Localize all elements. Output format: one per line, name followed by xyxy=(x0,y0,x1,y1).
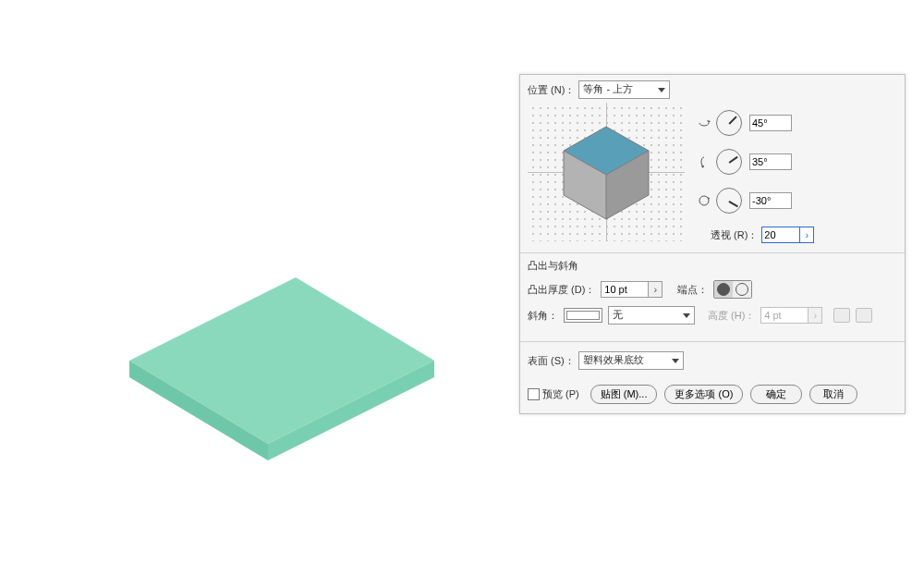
cap-on[interactable] xyxy=(714,281,733,298)
position-section: 位置 (N)： 等角 - 上方 xyxy=(520,75,905,253)
more-options-button[interactable]: 更多选项 (O) xyxy=(664,385,743,404)
map-art-button[interactable]: 贴图 (M)... xyxy=(590,385,658,404)
preview-cube xyxy=(560,123,652,221)
perspective-label: 透视 (R)： xyxy=(711,228,758,242)
surface-select[interactable]: 塑料效果底纹 xyxy=(578,351,684,370)
bevel-height-label: 高度 (H)： xyxy=(708,309,755,323)
cap-off[interactable] xyxy=(733,281,751,298)
bevel-height-stepper xyxy=(760,307,822,324)
canvas-artwork xyxy=(92,240,462,518)
surface-row: 表面 (S)： 塑料效果底纹 xyxy=(520,342,905,379)
bevel-height-input xyxy=(760,307,808,324)
extrude-depth-input[interactable] xyxy=(601,281,648,298)
position-label: 位置 (N)： xyxy=(528,83,575,97)
surface-label: 表面 (S)： xyxy=(528,354,575,368)
position-preset-value: 等角 - 上方 xyxy=(583,83,633,94)
svg-marker-9 xyxy=(707,120,711,123)
position-preset-select[interactable]: 等角 - 上方 xyxy=(578,80,670,99)
perspective-step-btn[interactable] xyxy=(799,227,814,243)
bevel-swatch xyxy=(564,308,602,323)
ok-button[interactable]: 确定 xyxy=(750,385,802,404)
extrude-bevel-dialog: 位置 (N)： 等角 - 上方 xyxy=(519,74,906,414)
svg-marker-10 xyxy=(701,165,704,168)
extrude-bevel-section: 凸出与斜角 凸出厚度 (D)： 端点： 斜角： 无 高度 (H)： xyxy=(520,253,905,342)
svg-marker-0 xyxy=(129,277,434,444)
bevel-value: 无 xyxy=(613,309,623,320)
rotate-z-input[interactable] xyxy=(749,192,792,209)
rotate-y-input[interactable] xyxy=(749,153,792,170)
green-slab xyxy=(92,240,462,518)
cap-toggle xyxy=(713,280,752,299)
rotate-x-icon xyxy=(698,116,711,129)
bevel-label: 斜角： xyxy=(528,309,558,323)
checkbox-box xyxy=(528,388,540,400)
perspective-stepper[interactable] xyxy=(761,227,814,243)
rotation-trackball[interactable] xyxy=(528,103,685,241)
extrude-legend: 凸出与斜角 xyxy=(528,259,897,273)
rotate-y-icon xyxy=(698,155,711,168)
cap-label: 端点： xyxy=(677,283,708,297)
rotate-z-dial[interactable] xyxy=(716,188,742,214)
extrude-depth-stepper[interactable] xyxy=(601,281,663,298)
cancel-button[interactable]: 取消 xyxy=(809,385,857,404)
perspective-input[interactable] xyxy=(761,227,799,243)
bevel-height-step-btn xyxy=(808,307,822,324)
rotation-controls: 透视 (R)： xyxy=(685,103,897,243)
svg-marker-2 xyxy=(268,361,434,460)
bevel-in-icon xyxy=(833,308,850,323)
rotate-z-icon xyxy=(698,194,711,207)
extrude-depth-step-btn[interactable] xyxy=(648,281,663,298)
rotate-y-dial[interactable] xyxy=(716,149,742,175)
preview-label: 预览 (P) xyxy=(542,387,579,401)
dialog-footer: 预览 (P) 贴图 (M)... 更多选项 (O) 确定 取消 xyxy=(520,379,905,413)
rotate-x-dial[interactable] xyxy=(716,110,742,136)
surface-value: 塑料效果底纹 xyxy=(583,354,644,365)
preview-checkbox[interactable]: 预览 (P) xyxy=(528,387,579,401)
bevel-select[interactable]: 无 xyxy=(608,306,695,325)
svg-marker-1 xyxy=(129,361,268,460)
rotate-x-input[interactable] xyxy=(749,115,792,131)
bevel-out-icon xyxy=(856,308,872,323)
extrude-depth-label: 凸出厚度 (D)： xyxy=(528,283,595,297)
